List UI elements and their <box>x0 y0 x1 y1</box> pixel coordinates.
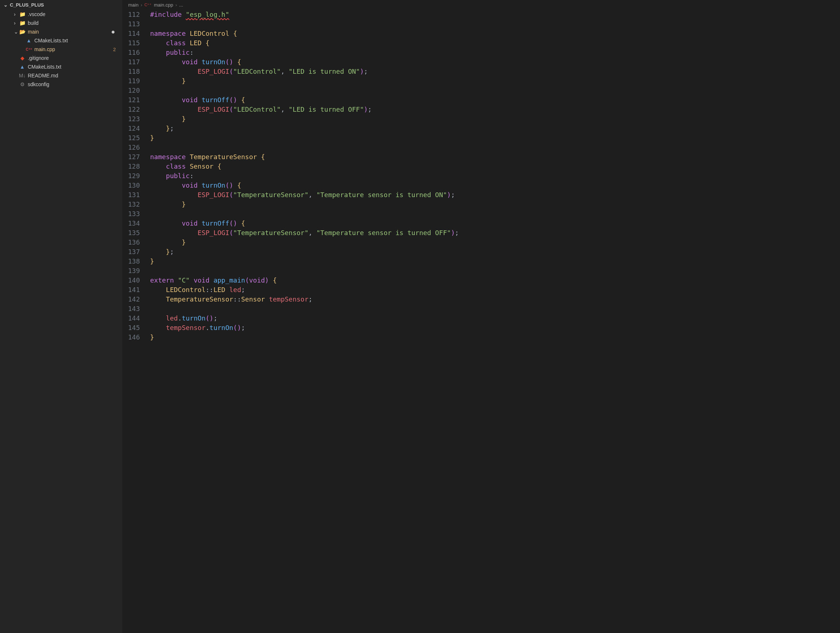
breadcrumb-segment[interactable]: main <box>128 2 138 8</box>
line-number: 115 <box>122 38 140 48</box>
tree-item-label: main.cpp <box>34 46 55 52</box>
line-number: 114 <box>122 29 140 38</box>
tree-item-label: CMakeLists.txt <box>34 38 68 43</box>
breadcrumb[interactable]: main › C⁺⁺ main.cpp › ... <box>122 0 840 10</box>
code-content[interactable]: #include "esp_log.h" namespace LEDContro… <box>147 10 840 633</box>
code-line[interactable]: }; <box>150 124 840 133</box>
code-line[interactable]: } <box>150 200 840 209</box>
git-icon: ◆ <box>19 55 25 61</box>
code-editor[interactable]: 1121131141151161171181191201211221231241… <box>122 10 840 633</box>
code-line[interactable]: namespace LEDControl { <box>150 29 840 38</box>
line-number: 137 <box>122 247 140 257</box>
line-number: 118 <box>122 67 140 76</box>
md-icon: M↓ <box>19 72 25 79</box>
line-number: 123 <box>122 114 140 124</box>
code-line[interactable]: ESP_LOGI("LEDControl", "LED is turned ON… <box>150 67 840 76</box>
line-number: 116 <box>122 48 140 57</box>
line-number: 119 <box>122 76 140 86</box>
unsaved-indicator-icon: ● <box>111 28 115 36</box>
folder-icon: 📂 <box>19 28 25 35</box>
tree-item-build[interactable]: ›📁build <box>3 19 122 27</box>
code-line[interactable]: void turnOff() { <box>150 219 840 228</box>
line-number: 138 <box>122 257 140 266</box>
problems-badge: 2 <box>113 47 116 52</box>
code-line[interactable]: } <box>150 76 840 86</box>
code-line[interactable] <box>150 143 840 152</box>
code-line[interactable]: } <box>150 238 840 247</box>
line-number: 122 <box>122 105 140 114</box>
code-line[interactable]: ESP_LOGI("LEDControl", "LED is turned OF… <box>150 105 840 114</box>
explorer-root-folder[interactable]: ⌄ C_PLUS_PLUS <box>0 0 122 10</box>
root-folder-label: C_PLUS_PLUS <box>10 2 44 8</box>
line-number: 145 <box>122 323 140 332</box>
code-line[interactable]: }; <box>150 247 840 257</box>
code-line[interactable] <box>150 19 840 29</box>
code-line[interactable]: tempSensor.turnOn(); <box>150 323 840 332</box>
code-line[interactable]: void turnOff() { <box>150 95 840 105</box>
chevron-down-icon: ⌄ <box>4 2 8 8</box>
explorer-sidebar: ⌄ C_PLUS_PLUS ›📁.vscode›📁build⌄📂main●▲CM… <box>0 0 122 633</box>
line-number: 133 <box>122 209 140 219</box>
tree-item-cmakelists-txt[interactable]: ▲CMakeLists.txt <box>3 62 122 71</box>
tree-item-main-cpp[interactable]: C⁺⁺main.cpp2 <box>3 45 122 54</box>
cpp-file-icon: C⁺⁺ <box>145 3 152 7</box>
code-line[interactable]: void turnOn() { <box>150 57 840 67</box>
code-line[interactable]: led.turnOn(); <box>150 313 840 323</box>
code-line[interactable]: class LED { <box>150 38 840 48</box>
code-line[interactable] <box>150 304 840 313</box>
file-tree: ›📁.vscode›📁build⌄📂main●▲CMakeLists.txtC⁺… <box>0 10 122 89</box>
code-line[interactable]: class Sensor { <box>150 162 840 171</box>
chevron-right-icon: › <box>14 11 19 17</box>
chevron-right-icon: › <box>14 20 19 26</box>
code-line[interactable]: ESP_LOGI("TemperatureSensor", "Temperatu… <box>150 190 840 200</box>
code-line[interactable]: public: <box>150 48 840 57</box>
line-number: 136 <box>122 238 140 247</box>
tree-item-label: sdkconfig <box>28 82 49 87</box>
cpp-icon: C⁺⁺ <box>25 46 32 53</box>
tree-item--gitignore[interactable]: ◆.gitignore <box>3 54 122 62</box>
code-line[interactable]: } <box>150 257 840 266</box>
code-line[interactable]: ESP_LOGI("TemperatureSensor", "Temperatu… <box>150 228 840 238</box>
chevron-right-icon: › <box>141 2 142 8</box>
editor-pane: main › C⁺⁺ main.cpp › ... 11211311411511… <box>122 0 840 633</box>
code-line[interactable]: } <box>150 133 840 143</box>
code-line[interactable]: LEDControl::LED led; <box>150 285 840 294</box>
code-line[interactable]: namespace TemperatureSensor { <box>150 152 840 162</box>
code-line[interactable]: TemperatureSensor::Sensor tempSensor; <box>150 294 840 304</box>
line-number: 120 <box>122 86 140 95</box>
code-line[interactable]: void turnOn() { <box>150 181 840 190</box>
line-number: 112 <box>122 10 140 19</box>
chevron-right-icon: › <box>175 2 177 8</box>
tree-item-label: .vscode <box>28 11 45 17</box>
line-number: 141 <box>122 285 140 294</box>
code-line[interactable] <box>150 266 840 276</box>
code-line[interactable]: } <box>150 114 840 124</box>
breadcrumb-segment[interactable]: main.cpp <box>154 2 173 8</box>
line-number: 129 <box>122 171 140 181</box>
line-number: 144 <box>122 313 140 323</box>
chevron-down-icon: ⌄ <box>14 29 19 35</box>
gear-icon: ⚙ <box>19 81 25 88</box>
code-line[interactable]: #include "esp_log.h" <box>150 10 840 19</box>
line-number: 135 <box>122 228 140 238</box>
line-number: 131 <box>122 190 140 200</box>
breadcrumb-segment[interactable]: ... <box>179 2 183 8</box>
code-line[interactable]: public: <box>150 171 840 181</box>
code-line[interactable]: extern "C" void app_main(void) { <box>150 276 840 285</box>
tree-item-cmakelists-txt[interactable]: ▲CMakeLists.txt <box>3 36 122 45</box>
tree-item-readme-md[interactable]: M↓README.md <box>3 71 122 80</box>
code-line[interactable] <box>150 86 840 95</box>
cmake-icon: ▲ <box>19 63 25 70</box>
code-line[interactable] <box>150 209 840 219</box>
tree-item--vscode[interactable]: ›📁.vscode <box>3 10 122 19</box>
line-number: 143 <box>122 304 140 313</box>
line-number: 128 <box>122 162 140 171</box>
line-number: 113 <box>122 19 140 29</box>
tree-item-sdkconfig[interactable]: ⚙sdkconfig <box>3 80 122 89</box>
line-number: 126 <box>122 143 140 152</box>
tree-item-main[interactable]: ⌄📂main● <box>3 27 122 36</box>
line-number: 139 <box>122 266 140 276</box>
tree-item-label: build <box>28 20 39 26</box>
code-line[interactable]: } <box>150 332 840 342</box>
line-number-gutter: 1121131141151161171181191201211221231241… <box>122 10 147 633</box>
